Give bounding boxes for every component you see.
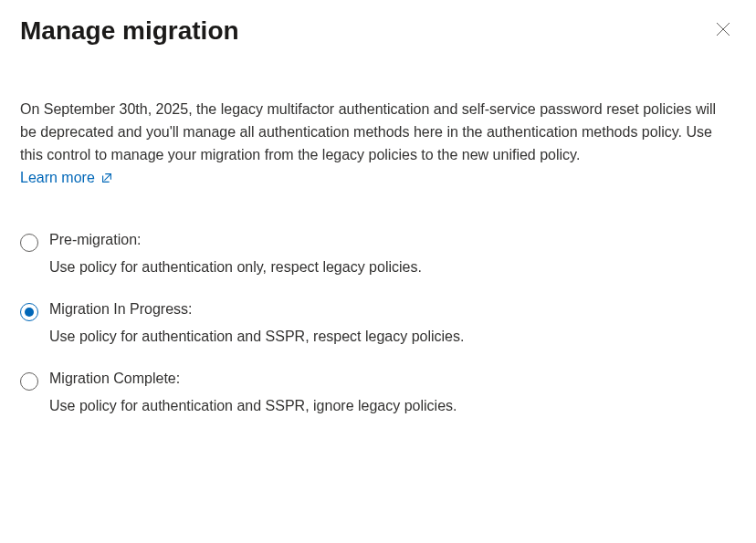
close-button[interactable] xyxy=(710,16,736,42)
radio-pre-migration[interactable] xyxy=(20,234,38,252)
option-label: Pre-migration: xyxy=(49,232,736,248)
option-description: Use policy for authentication only, resp… xyxy=(49,259,736,276)
option-migration-complete[interactable]: Migration Complete: Use policy for authe… xyxy=(20,371,736,414)
radio-migration-complete[interactable] xyxy=(20,372,38,391)
learn-more-link[interactable]: Learn more xyxy=(20,170,113,186)
option-migration-in-progress[interactable]: Migration In Progress: Use policy for au… xyxy=(20,301,736,345)
svg-line-2 xyxy=(104,174,110,181)
learn-more-label: Learn more xyxy=(20,170,95,186)
option-content: Pre-migration: Use policy for authentica… xyxy=(49,232,736,276)
description-text: On September 30th, 2025, the legacy mult… xyxy=(20,99,732,166)
header: Manage migration xyxy=(20,16,736,46)
option-content: Migration In Progress: Use policy for au… xyxy=(49,301,736,345)
option-pre-migration[interactable]: Pre-migration: Use policy for authentica… xyxy=(20,232,736,276)
external-link-icon xyxy=(100,172,113,184)
option-label: Migration In Progress: xyxy=(49,301,736,318)
option-description: Use policy for authentication and SSPR, … xyxy=(49,398,736,414)
close-icon xyxy=(716,22,730,37)
option-label: Migration Complete: xyxy=(49,371,736,387)
page-title: Manage migration xyxy=(20,16,239,46)
migration-options: Pre-migration: Use policy for authentica… xyxy=(20,232,736,414)
option-description: Use policy for authentication and SSPR, … xyxy=(49,329,736,345)
option-content: Migration Complete: Use policy for authe… xyxy=(49,371,736,414)
radio-migration-in-progress[interactable] xyxy=(20,303,38,321)
